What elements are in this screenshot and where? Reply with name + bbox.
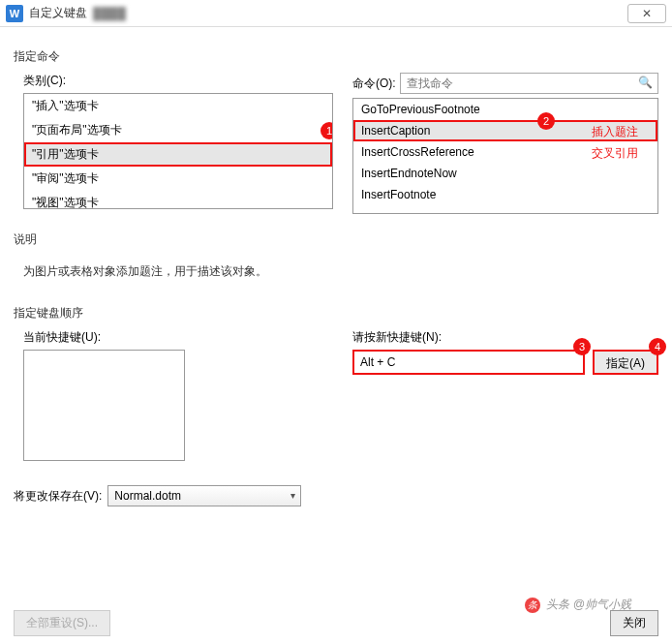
annotation-badge-1: 1 [321, 122, 333, 139]
current-shortcut-label: 当前快捷键(U): [23, 329, 333, 346]
window-close-button[interactable]: ✕ [627, 4, 666, 23]
new-shortcut-label: 请按新快捷键(N): [352, 329, 658, 346]
list-item[interactable]: GoToPreviousFootnote [353, 99, 657, 120]
annotation-badge-2: 2 [537, 112, 555, 130]
titlebar: W 自定义键盘 ████ ✕ [0, 0, 672, 27]
list-item[interactable]: InsertFootnote [353, 184, 657, 205]
list-item[interactable]: "审阅"选项卡 [24, 167, 332, 191]
list-item[interactable]: "插入"选项卡 [24, 94, 332, 118]
list-item-selected[interactable]: InsertCaption 2 插入题注 [353, 120, 657, 141]
watermark-icon: 条 [525, 598, 540, 613]
category-label: 类别(C): [23, 73, 333, 89]
list-item[interactable]: "页面布局"选项卡 1 [24, 118, 332, 142]
save-in-label: 将更改保存在(V): [14, 488, 102, 505]
list-item[interactable]: InsertEndnoteNow [353, 163, 657, 184]
assign-button[interactable]: 指定(A) [593, 350, 658, 375]
annotation-badge-3: 3 [573, 338, 591, 355]
description-text: 为图片或表格对象添加题注，用于描述该对象。 [14, 256, 658, 288]
window-title: 自定义键盘 [29, 5, 87, 21]
section-keyboard-sequence: 指定键盘顺序 [14, 305, 658, 322]
annotation-badge-4: 4 [649, 338, 666, 355]
commands-label: 命令(O): [352, 76, 396, 92]
commands-search-input[interactable] [400, 73, 658, 94]
reset-all-button[interactable]: 全部重设(S)... [14, 610, 110, 636]
list-item[interactable]: InsertCrossReference 交叉引用 [353, 141, 657, 163]
annotation-text-cross-ref: 交叉引用 [592, 145, 638, 162]
list-item[interactable]: "视图"选项卡 [24, 191, 332, 209]
save-in-select[interactable]: Normal.dotm [107, 485, 301, 506]
list-item-selected[interactable]: "引用"选项卡 [24, 142, 332, 167]
current-shortcut-box[interactable] [23, 350, 185, 461]
category-listbox[interactable]: "插入"选项卡 "页面布局"选项卡 1 "引用"选项卡 "审阅"选项卡 "视图"… [23, 93, 333, 209]
app-icon: W [6, 5, 23, 22]
new-shortcut-input[interactable] [352, 350, 585, 375]
close-button[interactable]: 关闭 [610, 610, 658, 636]
watermark: 条 头条 @帅气小贱 [525, 597, 631, 613]
section-description: 说明 [14, 231, 658, 248]
blur-text: ████ [93, 7, 126, 20]
section-assign-command: 指定命令 [14, 48, 658, 65]
annotation-text-insert-caption: 插入题注 [592, 124, 638, 140]
commands-listbox[interactable]: GoToPreviousFootnote InsertCaption 2 插入题… [352, 98, 658, 214]
